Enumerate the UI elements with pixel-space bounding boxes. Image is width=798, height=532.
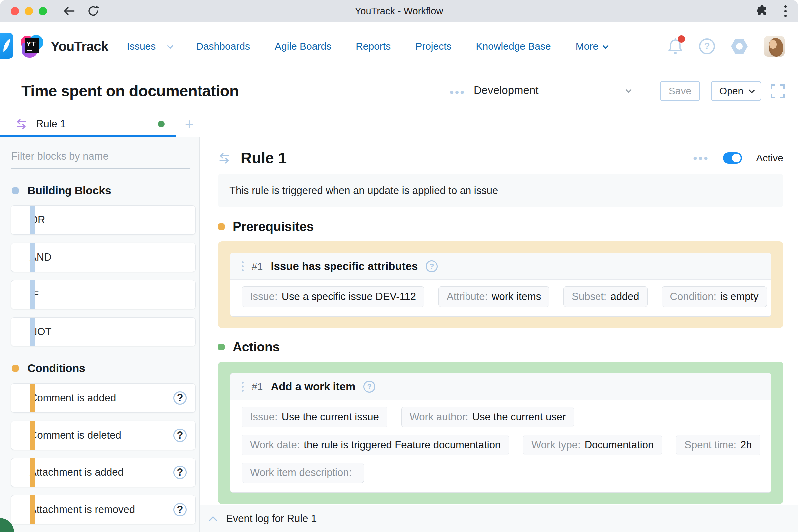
chip-issue[interactable]: Issue: Use the current issue: [242, 407, 387, 427]
help-question-icon[interactable]: ?: [173, 503, 187, 516]
condition-comment-is-deleted[interactable]: Comment is deleted ?: [11, 421, 195, 450]
block-not[interactable]: NOT: [11, 317, 195, 346]
block-accent: [30, 495, 35, 524]
chip-work-date[interactable]: Work date: the rule is triggered Feature…: [242, 435, 509, 455]
youtrack-logo[interactable]: YT: [21, 35, 43, 58]
nav-item-more[interactable]: More: [575, 41, 607, 52]
nav-item-agile-boards[interactable]: Agile Boards: [274, 41, 331, 52]
close-window-button[interactable]: [11, 7, 19, 15]
more-dropdown-chevron-icon: [603, 42, 609, 49]
help-icon[interactable]: ?: [699, 38, 715, 54]
action-card: #1 Add a work item ? Issue: Use the curr…: [230, 373, 772, 493]
prerequisites-group: #1 Issue has specific attributes ? Issue…: [218, 241, 783, 328]
rule-more-options-icon[interactable]: •••: [693, 152, 709, 165]
project-select[interactable]: Development: [474, 79, 633, 102]
chip-work-item-description[interactable]: Work item description:: [242, 462, 364, 483]
prerequisite-card: #1 Issue has specific attributes ? Issue…: [230, 253, 772, 317]
actions-group: #1 Add a work item ? Issue: Use the curr…: [218, 362, 783, 504]
save-button[interactable]: Save: [660, 81, 700, 101]
browser-reload-icon[interactable]: [88, 5, 99, 17]
condition-attachment-is-added[interactable]: Attachment is added ?: [11, 458, 195, 487]
help-question-icon[interactable]: ?: [173, 391, 187, 405]
block-accent: [30, 280, 35, 309]
feather-icon: [2, 38, 11, 53]
chip-issue[interactable]: Issue: Use a specific issue DEV-112: [242, 286, 424, 307]
page-title: Time spent on documentation: [21, 82, 239, 100]
nav-item-projects[interactable]: Projects: [415, 41, 451, 52]
extensions-puzzle-icon[interactable]: [757, 5, 768, 17]
nav-divider: [162, 40, 162, 53]
block-if[interactable]: IF: [11, 280, 195, 309]
tab-active-status-dot: [158, 121, 165, 127]
chip-work-author[interactable]: Work author: Use the current user: [401, 407, 574, 427]
workflow-header: Time spent on documentation ••• Developm…: [0, 71, 798, 111]
settings-gear-icon[interactable]: [731, 38, 748, 54]
notifications-bell-icon[interactable]: [668, 38, 683, 55]
rule-description: This rule is triggered when an update is…: [218, 174, 783, 208]
block-or[interactable]: OR: [11, 206, 195, 235]
feather-extension-tab[interactable]: [0, 33, 13, 58]
card-index: #1: [252, 381, 263, 392]
open-chevron-icon: [749, 87, 755, 93]
nav-item-knowledge-base[interactable]: Knowledge Base: [476, 41, 551, 52]
chip-condition[interactable]: Condition: is empty: [662, 286, 767, 307]
prerequisites-section-header: Prerequisites: [218, 220, 783, 234]
actions-section-header: Actions: [218, 340, 783, 355]
add-rule-tab-button[interactable]: +: [176, 111, 202, 137]
condition-attachment-is-removed[interactable]: Attachment is removed ?: [11, 495, 195, 524]
actions-bullet-icon: [218, 344, 225, 350]
condition-comment-is-added[interactable]: Comment is added ?: [11, 383, 195, 413]
blocks-sidebar: Building Blocks OR AND IF NOT Conditions…: [0, 137, 200, 532]
nav-item-issues[interactable]: Issues: [127, 40, 172, 53]
browser-chrome: YouTrack - Workflow: [0, 0, 798, 22]
nav-item-dashboards[interactable]: Dashboards: [196, 41, 250, 52]
help-question-icon[interactable]: ?: [425, 260, 438, 272]
user-avatar[interactable]: [764, 36, 785, 57]
fullscreen-expand-icon[interactable]: [771, 84, 785, 98]
filter-blocks-input[interactable]: [11, 148, 190, 169]
workflow-more-options-icon[interactable]: •••: [450, 86, 466, 99]
swap-arrows-icon: [15, 119, 27, 129]
help-question-icon[interactable]: ?: [173, 466, 187, 479]
help-question-icon[interactable]: ?: [363, 381, 375, 393]
block-accent: [30, 421, 35, 450]
zoom-window-button[interactable]: [39, 7, 47, 15]
app-navbar: YT YouTrack Issues Dashboards Agile Boar…: [0, 22, 798, 71]
help-question-icon[interactable]: ?: [173, 429, 187, 442]
browser-tab-title: YouTrack - Workflow: [355, 6, 443, 17]
open-button[interactable]: Open: [711, 81, 761, 101]
collapse-chevron-icon[interactable]: [209, 516, 217, 522]
chip-work-type[interactable]: Work type: Documentation: [523, 435, 662, 455]
rule-header: Rule 1 ••• Active: [218, 149, 783, 167]
block-accent: [30, 243, 35, 272]
prerequisite-card-header: #1 Issue has specific attributes ?: [230, 253, 771, 280]
drag-handle-icon[interactable]: [242, 382, 244, 392]
active-toggle[interactable]: [723, 152, 742, 164]
block-accent: [30, 318, 35, 346]
project-select-chevron-icon: [625, 87, 631, 93]
issues-dropdown-chevron-icon[interactable]: [167, 42, 173, 49]
browser-back-icon[interactable]: [63, 5, 75, 17]
prerequisite-card-body: Issue: Use a specific issue DEV-112 Attr…: [230, 280, 771, 316]
block-accent: [30, 206, 35, 234]
browser-menu-icon[interactable]: [784, 5, 787, 17]
active-toggle-label: Active: [756, 152, 783, 164]
brand-wordmark: YouTrack: [51, 39, 108, 54]
rule-title: Rule 1: [241, 149, 287, 167]
event-log-label: Event log for Rule 1: [226, 513, 317, 525]
block-accent: [30, 384, 35, 412]
block-and[interactable]: AND: [11, 243, 195, 272]
event-log-bar[interactable]: Event log for Rule 1: [200, 505, 798, 532]
chip-subset[interactable]: Subset: added: [563, 286, 647, 307]
drag-handle-icon[interactable]: [242, 261, 244, 271]
action-card-header: #1 Add a work item ?: [230, 374, 771, 400]
action-card-body: Issue: Use the current issue Work author…: [230, 400, 771, 492]
chip-spent-time[interactable]: Spent time: 2h: [676, 435, 760, 455]
logo-yt-square: YT: [25, 38, 39, 53]
tab-rule-1[interactable]: Rule 1: [0, 111, 176, 137]
prerequisites-bullet-icon: [218, 224, 225, 230]
notification-badge: [678, 35, 685, 42]
chip-attribute[interactable]: Attribute: work items: [438, 286, 549, 307]
nav-item-reports[interactable]: Reports: [356, 41, 391, 52]
minimize-window-button[interactable]: [25, 7, 33, 15]
